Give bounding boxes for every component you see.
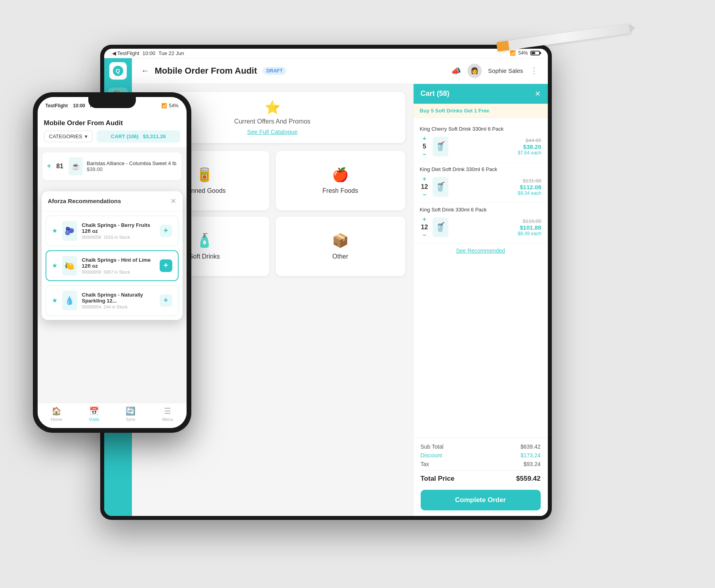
aforza-product-info: Chalk Springs - Berry Fruits 12fl oz 000… (82, 222, 155, 240)
cart-item-image: 🥤 (433, 177, 448, 197)
complete-order-button[interactable]: Complete Order (421, 490, 541, 510)
avatar: 👩 (467, 64, 482, 78)
qty-controls: + 12 − (420, 216, 429, 239)
phone-nav-sync[interactable]: 🔄 Sync (126, 406, 135, 422)
aforza-product-meta: 00000059 5067 in Stock (82, 270, 155, 274)
star-icon: ★ (52, 297, 57, 304)
cart-item-name: King Diet Soft Drink 330ml 6 Pack (420, 166, 541, 172)
aforza-title: Aforza Recommendations (48, 198, 121, 204)
user-name: Sophie Sales (488, 67, 523, 74)
aforza-add-button[interactable]: + (160, 294, 172, 307)
qty-decrease-button[interactable]: − (420, 151, 429, 158)
notification-icon[interactable]: 📣 (451, 66, 461, 76)
cart-item-row: + 12 − 🥤 $119.88 $101.88 $8 (420, 216, 541, 239)
discount-label: Discount (421, 452, 442, 459)
qty-decrease-button[interactable]: − (420, 232, 429, 239)
phone-product-image: ☕ (69, 157, 83, 175)
see-full-catalogue-link[interactable]: See Full Catalogue (247, 128, 298, 135)
cart-item: King Diet Soft Drink 330ml 6 Pack + 12 −… (414, 162, 548, 203)
cart-close-button[interactable]: ✕ (535, 89, 541, 98)
cart-button[interactable]: CART (106) $3,311.26 (97, 130, 180, 143)
phone-product-name: Baristas Alliance - Columbia Sweet 4 lb (87, 160, 177, 166)
phone-device: TestFlight 10:00 Tue 22 Jun 📶 54% Mobile… (33, 92, 191, 433)
aforza-modal: Aforza Recommendations ✕ ★ 🫐 Chalk Sprin… (42, 191, 183, 320)
total-row: Total Price $559.42 (421, 470, 541, 483)
visits-nav-label: Visits (89, 417, 99, 422)
qty-value: 12 (421, 224, 429, 231)
qty-increase-button[interactable]: + (420, 216, 429, 223)
battery-icon (530, 51, 540, 55)
phone-nav-home[interactable]: 🏠 Home (51, 406, 62, 422)
category-other[interactable]: 📦 Other (276, 217, 405, 276)
canned-goods-icon: 🥫 (196, 167, 213, 183)
home-nav-label: Home (51, 417, 62, 422)
aforza-add-button[interactable]: + (160, 225, 172, 237)
aforza-close-button[interactable]: ✕ (170, 197, 176, 206)
aforza-product-info: Chalk Springs - Naturally Sparkling 12..… (82, 292, 155, 309)
unit-price: $8.49 each (452, 231, 541, 236)
date-label: Tue 22 Jun (158, 50, 184, 56)
aforza-item: ★ 🫐 Chalk Springs - Berry Fruits 12fl oz… (46, 215, 179, 246)
total-label: Total Price (421, 475, 455, 483)
see-recommended-link[interactable]: See Recommended (456, 247, 505, 254)
draft-badge: DRAFT (263, 67, 287, 75)
phone-wifi-icon: 📶 (161, 103, 167, 108)
chevron-down-icon: ▾ (85, 133, 88, 139)
app-logo[interactable]: Q (109, 62, 127, 80)
aforza-product-meta: 00000054 244 in Stock (82, 304, 155, 309)
tablet-main: ← Mobile Order From Audit DRAFT 📣 👩 Soph… (132, 58, 548, 516)
aforza-product-name: Chalk Springs - Berry Fruits 12fl oz (82, 222, 155, 234)
tax-value: $93.24 (524, 461, 541, 467)
tablet-statusbar: ◀ TestFlight 10:00 Tue 22 Jun 📶 54% (104, 49, 548, 58)
phone-add-button[interactable]: + (47, 162, 51, 170)
phone-notch (88, 97, 136, 108)
qty-value: 5 (421, 143, 429, 150)
phone-nav-visits[interactable]: 📅 Visits (89, 406, 99, 422)
star-icon: ★ (52, 262, 57, 269)
status-right: 📶 54% (510, 50, 540, 56)
discounted-price: $101.88 (452, 224, 541, 231)
aforza-product-name: Chalk Springs - Naturally Sparkling 12..… (82, 292, 155, 304)
original-price: $119.88 (452, 218, 541, 224)
more-options-icon[interactable]: ⋮ (530, 66, 538, 76)
aforza-modal-header: Aforza Recommendations ✕ (42, 191, 183, 211)
battery-percent: 54% (518, 50, 528, 56)
cart-totals: Sub Total $639.42 Discount $173.24 Tax $… (414, 438, 548, 516)
qty-decrease-button[interactable]: − (420, 191, 429, 198)
visits-nav-icon: 📅 (89, 406, 99, 416)
tax-row: Tax $93.24 (421, 461, 541, 467)
status-left: ◀ TestFlight 10:00 Tue 22 Jun (112, 50, 184, 56)
aforza-product-info: Chalk Springs - Hint of Lime 12fl oz 000… (82, 257, 155, 274)
cart-item-row: + 5 − 🥤 $44.95 $38.20 $7.64 (420, 135, 541, 158)
item-pricing: $119.88 $101.88 $8.49 each (452, 218, 541, 236)
aforza-product-meta: 00000058 1015 in Stock (82, 235, 155, 240)
cart-title: Cart (58) (421, 89, 450, 98)
back-button[interactable]: ← (141, 66, 149, 75)
cart-item: King Cherry Soft Drink 330ml 6 Pack + 5 … (414, 122, 548, 162)
other-label: Other (332, 253, 348, 260)
menu-nav-icon: ☰ (164, 406, 171, 416)
unit-price: $7.64 each (452, 150, 541, 156)
total-value: $559.42 (516, 475, 540, 483)
phone-bottom-nav: 🏠 Home 📅 Visits 🔄 Sync ☰ Menu (38, 403, 187, 428)
see-recommended-section: See Recommended (414, 243, 548, 258)
qty-value: 12 (421, 183, 429, 190)
categories-button[interactable]: CATEGORIES ▾ (44, 131, 93, 142)
phone-status-right: 📶 54% (161, 103, 178, 108)
fresh-foods-label: Fresh Foods (322, 187, 358, 194)
tax-label: Tax (421, 461, 429, 467)
category-fresh-foods[interactable]: 🍎 Fresh Foods (276, 151, 405, 210)
phone-nav-menu[interactable]: ☰ Menu (162, 406, 173, 422)
promo-icon: ⭐ (265, 100, 280, 115)
qty-increase-button[interactable]: + (420, 135, 429, 142)
header-right: 📣 👩 Sophie Sales ⋮ (451, 64, 538, 78)
phone-product-price: $39.00 (87, 166, 177, 172)
aforza-add-button[interactable]: + (160, 259, 172, 272)
discounted-price: $112.08 (452, 184, 541, 190)
soft-drinks-label: Soft Drinks (189, 253, 220, 260)
phone-qty: 81 (55, 163, 65, 170)
phone-toolbar: CATEGORIES ▾ CART (106) $3,311.26 (44, 130, 180, 143)
aforza-product-name: Chalk Springs - Hint of Lime 12fl oz (82, 257, 155, 269)
wifi-icon: 📶 (510, 50, 516, 56)
qty-increase-button[interactable]: + (420, 175, 429, 183)
